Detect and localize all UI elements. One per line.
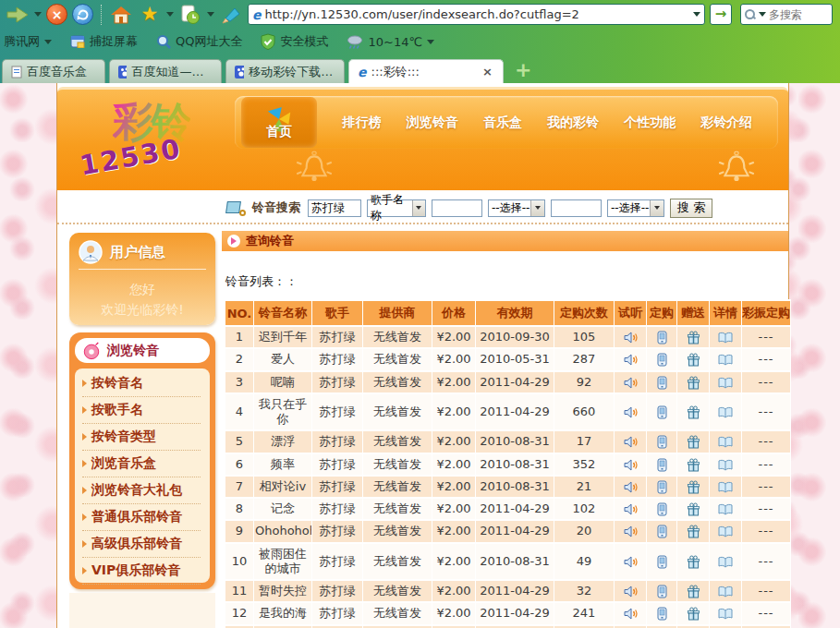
tab-baidu-zhidao[interactable]: 百度知道——全球最... [109,59,222,83]
detail-book-icon[interactable] [718,481,733,493]
detail-book-icon[interactable] [718,459,733,471]
nav-home-button[interactable]: 首页 [241,97,317,148]
forward-icon[interactable] [6,3,30,27]
bookmark-weather[interactable]: 10~14℃ [347,34,434,49]
order-phone-icon[interactable] [656,525,668,538]
listen-speaker-icon[interactable] [624,331,638,344]
gift-icon[interactable] [687,585,700,598]
listen-speaker-icon[interactable] [624,458,638,472]
bookmark-capture-screen[interactable]: 捕捉屏幕 [70,33,138,50]
site-logo[interactable]: 彩铃 12530 [78,93,244,189]
order-phone-icon[interactable] [656,480,668,494]
history-icon[interactable] [178,3,202,27]
detail-book-icon[interactable] [718,586,733,598]
bookmark-tencent[interactable]: 腾讯网 [4,33,52,50]
gift-icon[interactable] [687,555,700,569]
keyword-input[interactable] [308,199,361,217]
browse-menu-item[interactable]: 按歌手名 [82,397,201,424]
order-phone-icon[interactable] [656,405,668,419]
listen-speaker-icon[interactable] [624,585,638,598]
gift-icon[interactable] [687,376,700,390]
browse-menu-item[interactable]: 普通俱乐部铃音 [82,504,201,531]
order-phone-icon[interactable] [656,585,668,598]
forward-dropdown-icon[interactable] [34,12,42,17]
url-dropdown-icon[interactable] [693,12,700,17]
search-engine-dropdown-icon[interactable] [759,12,766,17]
cell-detail [710,454,741,475]
new-tab-button[interactable]: + [515,60,531,80]
listen-speaker-icon[interactable] [624,376,638,390]
detail-book-icon[interactable] [718,406,733,418]
nav-link[interactable]: 音乐盒 [483,115,522,131]
listen-speaker-icon[interactable] [624,435,638,449]
filter-select-2[interactable]: --选择-- [607,199,664,217]
tab-close-icon[interactable]: × [481,65,494,78]
order-phone-icon[interactable] [656,331,668,344]
tab-cailing-active[interactable]: e :::彩铃::: × [348,59,504,83]
detail-book-icon[interactable] [718,525,733,537]
stop-icon[interactable]: × [46,4,67,25]
cell-cailing-order: --- [742,603,790,623]
order-phone-icon[interactable] [656,555,668,569]
order-phone-icon[interactable] [656,502,668,516]
order-phone-icon[interactable] [656,607,668,621]
search-type-select[interactable]: 歌手名称 [367,199,426,217]
home-icon[interactable] [109,3,133,27]
search-input-3[interactable] [551,199,602,217]
browse-menu-item[interactable]: VIP俱乐部铃音 [82,558,201,585]
tab-mobile-cailing[interactable]: 移动彩铃下载的问题... [225,59,345,83]
gift-icon[interactable] [687,458,700,472]
listen-speaker-icon[interactable] [624,607,638,621]
browse-menu-item[interactable]: 浏览铃音大礼包 [82,477,201,504]
detail-book-icon[interactable] [718,503,733,515]
web-search-input[interactable] [769,8,824,21]
detail-book-icon[interactable] [718,377,733,389]
detail-book-icon[interactable] [718,436,733,448]
url-input[interactable] [265,7,690,21]
browse-menu-item[interactable]: 按铃音类型 [82,424,201,451]
search-input-2[interactable] [432,199,482,217]
filter-select-1[interactable]: --选择-- [488,199,545,217]
refresh-icon[interactable] [72,4,93,25]
listen-speaker-icon[interactable] [624,555,638,569]
detail-book-icon[interactable] [718,332,733,344]
go-button[interactable]: → [710,4,732,25]
browse-menu-item[interactable]: 按铃音名 [82,370,201,397]
tab-baidu-music[interactable]: 百度音乐盒 [2,59,105,83]
clean-brush-icon[interactable] [219,3,243,27]
nav-link[interactable]: 个性功能 [624,115,676,131]
nav-link[interactable]: 浏览铃音 [407,115,458,131]
gift-icon[interactable] [687,502,700,516]
favorites-star-icon[interactable]: ★ [138,3,162,27]
browse-menu-item[interactable]: 高级俱乐部铃音 [82,531,201,558]
bookmark-qq-nav[interactable]: QQ网址大全 [156,33,242,50]
gift-icon[interactable] [687,405,700,419]
listen-speaker-icon[interactable] [624,405,638,419]
favorites-dropdown-icon[interactable] [166,12,174,17]
gift-icon[interactable] [687,480,700,494]
gift-icon[interactable] [687,331,700,344]
detail-book-icon[interactable] [718,608,733,620]
order-phone-icon[interactable] [656,353,668,367]
nav-link[interactable]: 彩铃介绍 [700,115,752,131]
gift-icon[interactable] [687,607,700,621]
listen-speaker-icon[interactable] [624,525,638,538]
gift-icon[interactable] [687,353,700,367]
search-magnifier-icon[interactable] [745,9,756,20]
nav-link[interactable]: 排行榜 [343,115,382,131]
nav-link[interactable]: 我的彩铃 [547,115,599,131]
listen-speaker-icon[interactable] [624,502,638,516]
gift-icon[interactable] [687,525,700,538]
search-button[interactable]: 搜 索 [670,199,712,218]
order-phone-icon[interactable] [656,458,668,472]
detail-book-icon[interactable] [718,354,733,366]
browse-menu-item[interactable]: 浏览音乐盒 [82,451,201,477]
history-dropdown-icon[interactable] [207,12,214,17]
listen-speaker-icon[interactable] [624,480,638,494]
gift-icon[interactable] [687,435,700,449]
order-phone-icon[interactable] [656,435,668,449]
listen-speaker-icon[interactable] [624,353,638,367]
bookmark-safe-mode[interactable]: 安全模式 [261,33,328,50]
detail-book-icon[interactable] [718,556,733,568]
order-phone-icon[interactable] [656,376,668,390]
